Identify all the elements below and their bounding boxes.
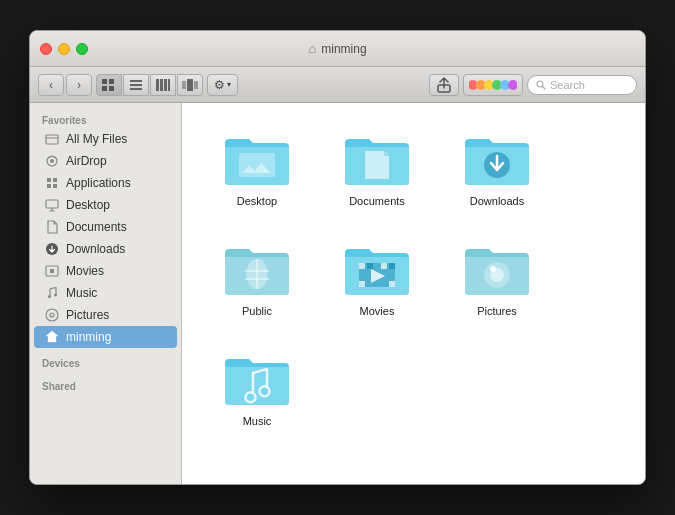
folder-documents[interactable]: Documents <box>322 123 432 213</box>
column-view-icon <box>156 79 170 91</box>
svg-rect-7 <box>156 79 159 91</box>
svg-rect-9 <box>164 79 167 91</box>
downloads-folder-label: Downloads <box>470 195 524 207</box>
svg-rect-23 <box>46 135 58 144</box>
svg-point-25 <box>50 159 54 163</box>
minming-icon <box>44 329 60 345</box>
svg-point-29 <box>48 295 51 298</box>
movies-label: Movies <box>66 264 104 278</box>
folder-desktop[interactable]: Desktop <box>202 123 312 213</box>
folder-music[interactable]: Music <box>202 343 312 433</box>
svg-rect-38 <box>381 263 387 269</box>
applications-icon <box>44 175 60 191</box>
window-title: ⌂ minming <box>308 41 366 56</box>
svg-rect-10 <box>168 79 170 91</box>
folder-pictures[interactable]: Pictures <box>442 233 552 323</box>
content-area: Desktop Documents <box>182 103 645 484</box>
airdrop-icon <box>44 153 60 169</box>
search-box[interactable]: Search <box>527 75 637 95</box>
music-label: Music <box>66 286 97 300</box>
pictures-folder-icon <box>461 239 533 299</box>
search-icon <box>536 80 546 90</box>
action-button[interactable]: ⚙ ▾ <box>207 74 238 96</box>
svg-rect-41 <box>389 281 395 287</box>
svg-rect-8 <box>160 79 163 91</box>
search-placeholder: Search <box>550 79 585 91</box>
svg-rect-11 <box>182 81 186 89</box>
folder-movies[interactable]: Movies <box>322 233 432 323</box>
sidebar-item-minming[interactable]: minming <box>34 326 177 348</box>
music-icon <box>44 285 60 301</box>
back-button[interactable]: ‹ <box>38 74 64 96</box>
devices-label: Devices <box>30 354 181 371</box>
svg-rect-0 <box>102 79 107 84</box>
pictures-icon <box>44 307 60 323</box>
desktop-folder-icon <box>221 129 293 189</box>
movies-folder-label: Movies <box>360 305 395 317</box>
downloads-label: Downloads <box>66 242 125 256</box>
desktop-folder-label: Desktop <box>237 195 277 207</box>
sidebar-item-airdrop[interactable]: AirDrop <box>34 150 177 172</box>
movies-folder-icon <box>341 239 413 299</box>
finder-window: ⌂ minming ‹ › <box>29 30 646 485</box>
action-arrow-icon: ▾ <box>227 80 231 89</box>
toolbar: ‹ › <box>30 67 645 103</box>
svg-rect-37 <box>367 263 373 269</box>
sidebar-item-downloads[interactable]: Downloads <box>34 238 177 260</box>
minimize-button[interactable] <box>58 43 70 55</box>
shared-label: Shared <box>30 377 181 394</box>
svg-rect-1 <box>109 79 114 84</box>
svg-rect-3 <box>109 86 114 91</box>
svg-rect-6 <box>130 88 142 90</box>
sidebar-item-music[interactable]: Music <box>34 282 177 304</box>
downloads-folder-icon <box>461 129 533 189</box>
folder-downloads[interactable]: Downloads <box>442 123 552 213</box>
svg-rect-5 <box>130 84 142 86</box>
sidebar-item-desktop[interactable]: Desktop <box>34 194 177 216</box>
nav-buttons: ‹ › <box>38 74 92 96</box>
view-coverflow-btn[interactable] <box>177 74 203 96</box>
titlebar: ⌂ minming <box>30 31 645 67</box>
svg-rect-40 <box>359 281 365 287</box>
home-icon: ⌂ <box>308 41 316 56</box>
close-button[interactable] <box>40 43 52 55</box>
svg-rect-33 <box>239 153 275 177</box>
sidebar-item-movies[interactable]: Movies <box>34 260 177 282</box>
music-folder-icon <box>221 349 293 409</box>
grid-view-icon <box>102 79 116 91</box>
svg-point-44 <box>490 266 496 272</box>
documents-label: Documents <box>66 220 127 234</box>
forward-icon: › <box>77 78 81 92</box>
pictures-folder-label: Pictures <box>477 305 517 317</box>
movies-icon <box>44 263 60 279</box>
folder-public[interactable]: Public <box>202 233 312 323</box>
airdrop-label: AirDrop <box>66 154 107 168</box>
svg-rect-26 <box>46 200 58 208</box>
svg-point-31 <box>46 309 58 321</box>
forward-button[interactable]: › <box>66 74 92 96</box>
sidebar-item-documents[interactable]: Documents <box>34 216 177 238</box>
minming-label: minming <box>66 330 111 344</box>
svg-point-32 <box>50 313 54 317</box>
back-icon: ‹ <box>49 78 53 92</box>
music-folder-label: Music <box>243 415 272 427</box>
title-text: minming <box>321 42 366 56</box>
share-button[interactable] <box>429 74 459 96</box>
maximize-button[interactable] <box>76 43 88 55</box>
view-list-btn[interactable] <box>123 74 149 96</box>
sidebar-item-pictures[interactable]: Pictures <box>34 304 177 326</box>
sidebar-item-all-my-files[interactable]: All My Files <box>34 128 177 150</box>
tag-button[interactable] <box>463 74 523 96</box>
desktop-icon <box>44 197 60 213</box>
svg-point-30 <box>54 294 57 297</box>
share-icon <box>437 77 451 93</box>
tag-dots-icon <box>469 78 517 92</box>
desktop-label: Desktop <box>66 198 110 212</box>
svg-rect-39 <box>389 263 395 269</box>
view-icon-btn[interactable] <box>96 74 122 96</box>
view-column-btn[interactable] <box>150 74 176 96</box>
svg-line-22 <box>543 86 546 89</box>
svg-rect-2 <box>102 86 107 91</box>
sidebar-item-applications[interactable]: Applications <box>34 172 177 194</box>
view-buttons <box>96 74 203 96</box>
